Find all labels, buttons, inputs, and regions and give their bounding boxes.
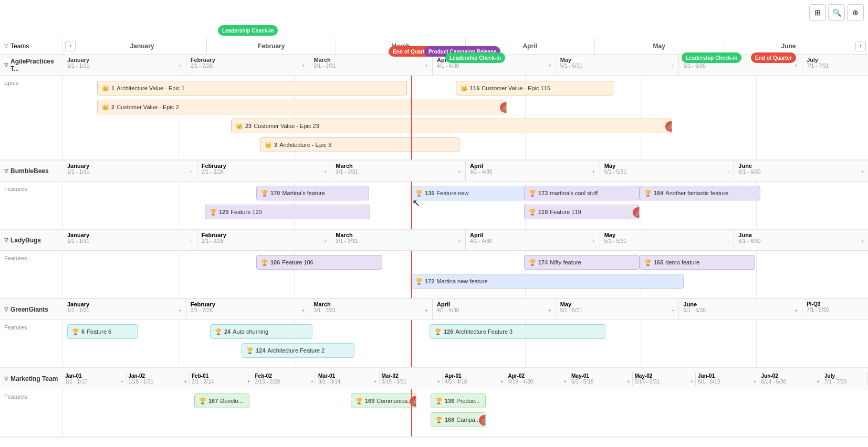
- feature-167-bar[interactable]: 🏆 167 Develo...: [194, 393, 249, 408]
- crown-icon-3: 👑: [102, 104, 109, 111]
- bumblebees-rows: Features ↖ 🏆 170 Martina's feature: [0, 182, 868, 229]
- month-header-jun: June: [724, 38, 853, 54]
- feature-170-bar[interactable]: 🏆 170 Martina's feature: [256, 186, 369, 200]
- mkt-jun02-header: Jun-026/14 - 6/30+: [759, 372, 823, 386]
- feature-106-bar[interactable]: 🏆 106 Feature 106: [256, 255, 382, 270]
- ladybugs-header: ▽ LadyBugs January1/1 - 1/31+ February2/…: [0, 230, 868, 251]
- grid-view-button[interactable]: ⊞: [809, 4, 826, 21]
- bumblebees-collapse[interactable]: ▽: [4, 168, 8, 174]
- app-container: ⊞ 🔍 ⊕ Leadership Check-in End of Quarter…: [0, 0, 868, 447]
- mkt-july-header: July7/1 - 7/30: [822, 372, 868, 386]
- agile-mar-add[interactable]: +: [425, 63, 428, 69]
- zoom-in-button[interactable]: ⊕: [847, 4, 864, 21]
- agile-feb-add[interactable]: +: [302, 63, 305, 69]
- agile-jan-add[interactable]: +: [179, 63, 182, 69]
- trophy-icon-8: 🏆: [529, 259, 536, 266]
- bumblebees-header: ▽ BumbleBees January 1/1 - 1/31+ Februar…: [0, 161, 868, 182]
- trophy-icon-7: 🏆: [261, 259, 268, 266]
- lb-jan-header: January1/1 - 1/31+: [63, 230, 197, 250]
- agile-team-name: AgilePractices T...: [11, 58, 59, 72]
- marketing-name-col: ▽ Marketing Team: [0, 375, 63, 382]
- milestone-bar: Leadership Check-in End of Quarter Produ…: [0, 23, 868, 38]
- crown-icon-2: 👑: [461, 85, 468, 92]
- gg-mar-header: March3/1 - 3/31+: [309, 299, 433, 320]
- agile-apr-add[interactable]: +: [548, 63, 551, 69]
- mkt-jan01-header: Jan-011/1 - 1/17+: [63, 372, 127, 386]
- mkt-jun01-header: Jun-016/1 - 6/13+: [696, 372, 759, 386]
- trophy-icon-5: 🏆: [644, 190, 652, 197]
- gg-name: GreenGiants: [11, 306, 48, 313]
- trophy-icon-14: 🏆: [434, 328, 442, 335]
- epic-23-link-icon: 🔗: [665, 121, 672, 132]
- feature-135-bar[interactable]: 🏆 135 Feature new: [411, 186, 526, 200]
- mkt-apr01-header: Apr-014/5 - 4/18+: [443, 372, 506, 386]
- bb-today-line: [411, 182, 412, 229]
- feature-172-bar[interactable]: 🏆 172 Martina new feature: [411, 274, 684, 289]
- mkt-may02-header: May-025/17 - 5/31+: [633, 372, 696, 386]
- month-header-may: May: [595, 38, 724, 54]
- top-toolbar: ⊞ 🔍 ⊕: [805, 0, 868, 25]
- agile-may-add[interactable]: +: [672, 63, 675, 69]
- trophy-icon-16: 🏆: [355, 398, 363, 405]
- epic-3-bar[interactable]: 👑 3 Architecture - Epic 3: [260, 137, 459, 152]
- trophy-icon-3: 🏆: [415, 190, 423, 197]
- epic-2-bar[interactable]: 👑 2 Customer Value - Epic 2 🔗: [97, 100, 507, 114]
- feature-24-bar[interactable]: 🏆 24 Auto churning: [210, 324, 312, 339]
- feature-169-link-icon: 🔗: [410, 396, 416, 407]
- trophy-icon-10: 🏆: [415, 278, 423, 285]
- month-header-apr: April: [466, 38, 595, 54]
- feature-169-bar[interactable]: 🏆 169 Communica... 🔗: [351, 393, 416, 408]
- agile-collapse-icon[interactable]: ▽: [4, 62, 8, 68]
- feature-165-bar[interactable]: 🏆 165 demo feature: [640, 255, 755, 270]
- feature-184-bar[interactable]: 🏆 184 Another fantastic feature: [640, 186, 760, 200]
- mkt-timeline: 🏆 167 Develo... 🏆 169 Communica... 🔗 🏆 1…: [63, 389, 868, 437]
- mkt-feb02-header: Feb-022/15 - 2/28+: [253, 372, 317, 386]
- agile-label: Epics: [0, 76, 63, 159]
- gg-jan-header: January1/1 - 1/31+: [63, 299, 186, 320]
- lb-jun-header: June6/1 - 6/30+: [734, 230, 868, 250]
- today-line: [411, 76, 412, 159]
- gg-collapse[interactable]: ▽: [4, 306, 8, 312]
- gg-jun-header: June6/1 - 6/30+: [679, 299, 802, 320]
- feature-126-bar[interactable]: 🏆 126 Architecture Feature 3: [430, 324, 605, 339]
- milestone-leadership-checkin-1: Leadership Check-in: [218, 25, 278, 36]
- content-area: ▽ AgilePractices T... January 1/1 - 1/31…: [0, 55, 868, 447]
- feature-136-bar[interactable]: 🏆 136 Produc...: [431, 393, 486, 408]
- epic-2-link-icon: 🔗: [500, 102, 507, 113]
- marketing-header: ▽ Marketing Team Jan-011/1 - 1/17+ Jan-0…: [0, 368, 868, 389]
- trophy-icon-11: 🏆: [72, 328, 79, 335]
- agile-team-header: ▽ AgilePractices T... January 1/1 - 1/31…: [0, 55, 868, 76]
- trophy-icon-4: 🏆: [529, 190, 536, 197]
- marketing-name: Marketing Team: [11, 375, 58, 382]
- epic-1-bar[interactable]: 👑 1 Architecture Value - Epic 1: [97, 81, 407, 95]
- epic-115-bar[interactable]: 👑 115 Customer Value - Epic 115: [456, 81, 613, 95]
- month-header-mar: March: [336, 38, 465, 54]
- agile-jun-add[interactable]: +: [794, 63, 798, 69]
- marketing-collapse[interactable]: ▽: [4, 376, 8, 381]
- lb-feb-header: February2/1 - 2/28+: [197, 230, 332, 250]
- next-month-button[interactable]: ›: [855, 41, 866, 51]
- teams-collapse-icon[interactable]: ▽: [4, 43, 8, 49]
- ladybugs-name: LadyBugs: [11, 237, 41, 244]
- trophy-icon-9: 🏆: [644, 259, 652, 266]
- feature-119-bar[interactable]: 🏆 119 Feature 119 🔗: [524, 205, 640, 219]
- crown-icon-4: 👑: [236, 123, 243, 130]
- prev-month-button[interactable]: ‹: [65, 41, 76, 51]
- feature-173-bar[interactable]: 🏆 173 martina's cool stuff: [524, 186, 640, 200]
- bb-jan-header: January 1/1 - 1/31+: [63, 161, 197, 181]
- agile-jul-header: July 7/1 - 7/31: [802, 55, 868, 75]
- epic-23-bar[interactable]: 👑 23 Customer Value - Epic 23 🔗: [231, 119, 672, 133]
- bb-feb-header: February 2/1 - 2/28+: [197, 161, 332, 181]
- ladybugs-collapse[interactable]: ▽: [4, 237, 8, 243]
- feature-124-bar[interactable]: 🏆 124 Architecture Feature 2: [242, 343, 354, 358]
- trophy-icon-17: 🏆: [435, 398, 443, 405]
- agile-may-header: May 5/1 - 5/31+: [556, 55, 679, 75]
- feature-6-bar[interactable]: 🏆 6 Feature 6: [67, 324, 138, 339]
- feature-120-bar[interactable]: 🏆 120 Feature 120: [205, 205, 370, 219]
- mkt-mar02-header: Mar-023/15 - 3/31+: [380, 372, 443, 386]
- lb-today-line: [411, 251, 412, 298]
- zoom-out-button[interactable]: 🔍: [828, 4, 845, 21]
- feature-174-bar[interactable]: 🏆 174 Nifty feature: [524, 255, 640, 270]
- lb-label: Features: [0, 251, 63, 298]
- feature-168-bar[interactable]: 🏆 168 Campa... 🔗: [431, 412, 486, 427]
